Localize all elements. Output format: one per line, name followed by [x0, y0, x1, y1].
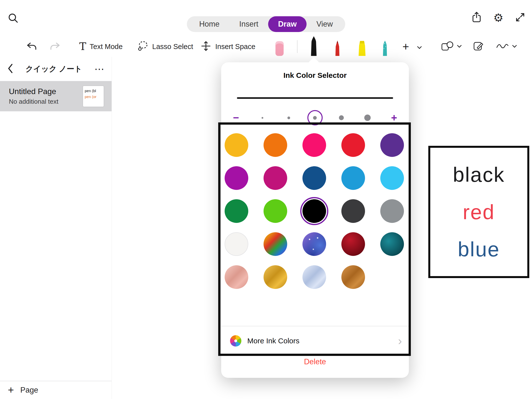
swatch-light-blue[interactable]	[380, 166, 404, 190]
swatch-violet[interactable]	[225, 166, 248, 190]
eraser-tool[interactable]	[273, 40, 286, 57]
back-button[interactable]	[7, 64, 13, 74]
redo-icon	[49, 47, 61, 51]
page-item-text: Untitled Page No additional text	[9, 87, 58, 105]
thickness-dot	[313, 116, 317, 120]
ribbon-tabs: Home Insert Draw View	[187, 16, 345, 32]
thickness-dot	[339, 115, 344, 120]
lasso-select-button[interactable]: Lasso Select	[137, 36, 193, 57]
pen-red-tool[interactable]	[332, 40, 343, 57]
scribble-icon	[496, 43, 509, 50]
ink-annotate-button[interactable]	[473, 36, 484, 57]
tab-home[interactable]: Home	[189, 16, 230, 32]
swatch-dark-blue[interactable]	[302, 166, 326, 190]
swatch-light-green[interactable]	[264, 199, 287, 223]
pen-black-tool[interactable]	[308, 36, 319, 57]
yellow-highlighter-icon	[356, 40, 368, 57]
undo-button[interactable]	[26, 41, 37, 52]
popover-caret	[308, 57, 320, 69]
shapes-button[interactable]	[441, 36, 462, 57]
text-mode-button[interactable]: T Text Mode	[79, 36, 123, 57]
swatch-white[interactable]	[225, 232, 248, 256]
thickness-option-4[interactable]	[334, 110, 349, 125]
swatch-rose-gold[interactable]	[225, 265, 248, 289]
eraser-icon	[273, 40, 286, 57]
thickness-row: − +	[228, 109, 402, 127]
scribble-button[interactable]	[496, 36, 517, 57]
thickness-decrease-button[interactable]: −	[228, 113, 244, 123]
add-page-button[interactable]: + Page	[0, 381, 112, 399]
swatch-bronze[interactable]	[341, 265, 365, 289]
more-ink-colors-label: More Ink Colors	[247, 337, 299, 345]
add-pen-button[interactable]: +	[402, 36, 409, 57]
insert-space-icon	[200, 40, 212, 53]
add-pen-chevron-icon[interactable]	[417, 46, 422, 50]
swatch-garnet-red[interactable]	[341, 232, 365, 256]
swatch-gray[interactable]	[380, 199, 404, 223]
insert-space-button[interactable]: Insert Space	[200, 36, 255, 57]
thickness-option-2[interactable]	[281, 110, 296, 125]
lasso-icon	[137, 40, 149, 53]
top-app-bar: Home Insert Draw View ⚙	[0, 0, 532, 36]
swatch-dark-gray[interactable]	[341, 199, 365, 223]
shapes-chevron-icon	[457, 44, 462, 49]
expand-icon	[515, 19, 526, 23]
tab-insert[interactable]: Insert	[229, 16, 268, 32]
thickness-option-3[interactable]	[307, 110, 323, 125]
draw-toolbar: T Text Mode Lasso Select Insert Space	[0, 36, 532, 57]
thumbnail-text-line: pen (or	[85, 94, 102, 100]
pen-teal-tool[interactable]	[380, 40, 390, 57]
plus-icon: +	[8, 384, 14, 396]
text-mode-icon: T	[79, 41, 86, 52]
page-title: Untitled Page	[9, 87, 58, 96]
popover-title: Ink Color Selector	[221, 71, 409, 80]
redo-button[interactable]	[49, 41, 61, 52]
settings-button[interactable]: ⚙	[493, 12, 503, 23]
color-wheel-icon	[230, 335, 241, 347]
notebook-title: クイック ノート	[13, 64, 94, 74]
swatch-silver[interactable]	[302, 265, 326, 289]
swatch-rainbow-glitter[interactable]	[264, 232, 287, 256]
thickness-option-5[interactable]	[360, 110, 375, 125]
swatch-pink[interactable]	[302, 133, 326, 157]
swatch-galaxy[interactable]	[302, 232, 326, 256]
search-button[interactable]	[7, 12, 19, 25]
fullscreen-button[interactable]	[515, 12, 526, 24]
tab-view[interactable]: View	[307, 16, 343, 32]
swatch-gold[interactable]	[264, 265, 287, 289]
gear-icon: ⚙	[493, 11, 503, 24]
swatch-orange[interactable]	[264, 133, 287, 157]
highlighter-yellow-tool[interactable]	[356, 40, 368, 57]
page-thumbnail: pen (blpen (or	[83, 85, 104, 107]
plus-icon: +	[402, 40, 409, 53]
swatch-purple[interactable]	[380, 133, 404, 157]
thickness-option-1[interactable]	[255, 110, 270, 125]
swatch-yellow[interactable]	[225, 133, 248, 157]
ink-word-red: red	[463, 202, 495, 222]
thickness-dot	[364, 115, 371, 121]
scribble-chevron-icon	[512, 44, 517, 49]
swatch-blue[interactable]	[341, 166, 365, 190]
ink-color-grid	[225, 133, 404, 289]
more-options-button[interactable]: ⋯	[94, 67, 104, 71]
note-pen-icon	[473, 40, 484, 53]
swatch-black[interactable]	[302, 199, 326, 223]
share-button[interactable]	[471, 11, 482, 24]
thickness-increase-button[interactable]: +	[386, 113, 402, 123]
more-ink-colors-button[interactable]: More Ink Colors ›	[230, 333, 402, 349]
ink-canvas-box: blackredblue	[428, 146, 529, 278]
swatch-magenta[interactable]	[264, 166, 287, 190]
swatch-dark-teal[interactable]	[380, 232, 404, 256]
page-list-item[interactable]: Untitled Page No additional text pen (bl…	[0, 81, 112, 111]
swatch-green[interactable]	[225, 199, 248, 223]
black-pen-icon	[308, 36, 319, 57]
swatch-red[interactable]	[341, 133, 365, 157]
thickness-dot	[287, 116, 290, 119]
chevron-left-icon	[7, 70, 13, 74]
page-subtitle: No additional text	[9, 98, 58, 105]
ellipsis-icon: ⋯	[94, 64, 104, 74]
tab-draw[interactable]: Draw	[268, 16, 307, 32]
delete-pen-button[interactable]: Delete	[221, 357, 409, 366]
teal-pen-icon	[380, 40, 390, 57]
ink-word-blue: blue	[458, 239, 500, 260]
